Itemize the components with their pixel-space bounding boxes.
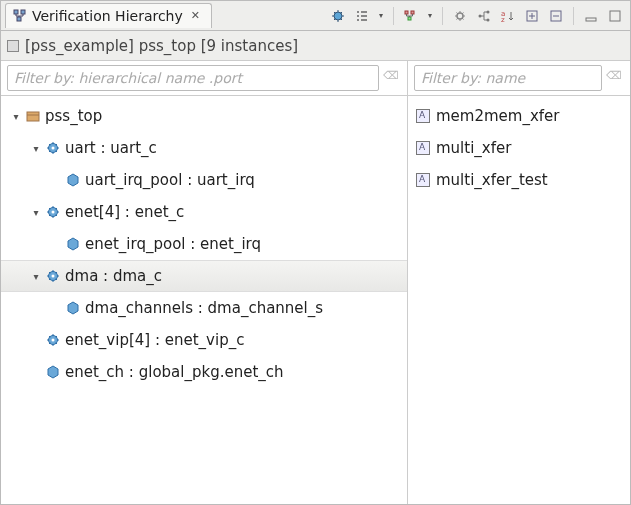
list-item-label: multi_xfer xyxy=(436,139,511,157)
actions-pane: ⌫ mem2mem_xfermulti_xfermulti_xfer_test xyxy=(408,61,630,504)
actions-list[interactable]: mem2mem_xfermulti_xfermulti_xfer_test xyxy=(408,96,630,504)
breadcrumb-text: [pss_example] pss_top [9 instances] xyxy=(25,37,298,55)
list-item[interactable]: multi_xfer_test xyxy=(408,164,630,196)
close-icon[interactable]: ✕ xyxy=(191,9,205,23)
gear-icon xyxy=(45,268,61,284)
expand-all-icon[interactable] xyxy=(521,5,543,27)
svg-point-25 xyxy=(52,275,55,278)
chevron-down-icon[interactable]: ▾ xyxy=(375,5,387,27)
gear-icon xyxy=(45,204,61,220)
ports-icon[interactable] xyxy=(473,5,495,27)
svg-rect-16 xyxy=(610,11,620,21)
tree-row-label: dma : dma_c xyxy=(65,267,162,285)
svg-point-19 xyxy=(52,147,55,150)
hierarchy-icon xyxy=(12,8,28,24)
tree-row-label: enet_ch : global_pkg.enet_ch xyxy=(65,363,284,381)
tree-row[interactable]: ▸uart_irq_pool : uart_irq xyxy=(1,164,407,196)
name-filter-input[interactable] xyxy=(414,65,602,91)
tree-row[interactable]: ▾uart : uart_c xyxy=(1,132,407,164)
svg-point-28 xyxy=(52,339,55,342)
separator xyxy=(442,7,443,25)
tree-row[interactable]: ▸dma_channels : dma_channel_s xyxy=(1,292,407,324)
tree-row-label: dma_channels : dma_channel_s xyxy=(85,299,323,317)
tree-row[interactable]: ▾enet[4] : enet_c xyxy=(1,196,407,228)
list-item[interactable]: mem2mem_xfer xyxy=(408,100,630,132)
list-item[interactable]: multi_xfer xyxy=(408,132,630,164)
svg-rect-0 xyxy=(14,10,18,14)
collapse-all-icon[interactable] xyxy=(545,5,567,27)
tree-row-label: enet[4] : enet_c xyxy=(65,203,184,221)
maximize-icon[interactable] xyxy=(604,5,626,27)
tab-title: Verification Hierarchy xyxy=(32,8,183,24)
list-item-label: mem2mem_xfer xyxy=(436,107,560,125)
tree-row-label: enet_vip[4] : enet_vip_c xyxy=(65,331,244,349)
breadcrumb[interactable]: [pss_example] pss_top [9 instances] xyxy=(1,31,630,61)
svg-marker-20 xyxy=(68,174,78,186)
expander-expanded-icon[interactable]: ▾ xyxy=(29,205,43,219)
action-icon xyxy=(416,141,430,155)
hex-icon xyxy=(65,236,81,252)
tab-verification-hierarchy[interactable]: Verification Hierarchy ✕ xyxy=(5,3,212,28)
expander-expanded-icon[interactable]: ▾ xyxy=(29,141,43,155)
svg-text:z: z xyxy=(501,16,505,23)
tree-row-label: uart : uart_c xyxy=(65,139,157,157)
tree-row-label: uart_irq_pool : uart_irq xyxy=(85,171,255,189)
tree-mode-icon[interactable] xyxy=(400,5,422,27)
gear-icon[interactable] xyxy=(449,5,471,27)
tree-row-label: pss_top xyxy=(45,107,102,125)
hex-icon xyxy=(65,172,81,188)
svg-marker-23 xyxy=(68,238,78,250)
svg-rect-1 xyxy=(21,10,25,14)
separator xyxy=(393,7,394,25)
svg-rect-6 xyxy=(408,17,411,20)
verification-hierarchy-panel: Verification Hierarchy ✕ ▾ ▾ xyxy=(0,0,631,505)
tree-row-label: enet_irq_pool : enet_irq xyxy=(85,235,261,253)
expander-expanded-icon[interactable]: ▾ xyxy=(29,269,43,283)
svg-rect-5 xyxy=(411,11,414,14)
hex-icon xyxy=(45,364,61,380)
tree-row[interactable]: ▸enet_irq_pool : enet_irq xyxy=(1,228,407,260)
hierarchy-pane: ⌫ ▾pss_top▾uart : uart_c▸uart_irq_pool :… xyxy=(1,61,408,504)
separator xyxy=(573,7,574,25)
svg-point-22 xyxy=(52,211,55,214)
tab-bar: Verification Hierarchy ✕ ▾ ▾ xyxy=(1,1,630,31)
list-item-label: multi_xfer_test xyxy=(436,171,548,189)
breadcrumb-icon xyxy=(7,40,19,52)
svg-rect-2 xyxy=(17,17,21,21)
gear-icon xyxy=(45,332,61,348)
action-icon xyxy=(416,173,430,187)
clear-filter-icon[interactable]: ⌫ xyxy=(606,69,624,87)
tree-row[interactable]: ▸enet_ch : global_pkg.enet_ch xyxy=(1,356,407,388)
svg-marker-26 xyxy=(68,302,78,314)
list-icon[interactable] xyxy=(351,5,373,27)
minimize-icon[interactable] xyxy=(580,5,602,27)
svg-marker-29 xyxy=(48,366,58,378)
svg-rect-17 xyxy=(27,112,39,121)
sort-icon[interactable]: az xyxy=(497,5,519,27)
expander-expanded-icon[interactable]: ▾ xyxy=(9,109,23,123)
view-toolbar: ▾ ▾ az xyxy=(327,5,626,27)
svg-rect-4 xyxy=(405,11,408,14)
gear-icon xyxy=(45,140,61,156)
hierarchy-filter-input[interactable] xyxy=(7,65,379,91)
tree-row[interactable]: ▸enet_vip[4] : enet_vip_c xyxy=(1,324,407,356)
tree-row[interactable]: ▾pss_top xyxy=(1,100,407,132)
chevron-down-icon[interactable]: ▾ xyxy=(424,5,436,27)
package-icon xyxy=(25,108,41,124)
hex-icon xyxy=(65,300,81,316)
hierarchy-tree[interactable]: ▾pss_top▾uart : uart_c▸uart_irq_pool : u… xyxy=(1,96,407,504)
tree-row[interactable]: ▾dma : dma_c xyxy=(1,260,407,292)
action-icon xyxy=(416,109,430,123)
clear-filter-icon[interactable]: ⌫ xyxy=(383,69,401,87)
bug-icon[interactable] xyxy=(327,5,349,27)
svg-rect-15 xyxy=(586,18,596,21)
